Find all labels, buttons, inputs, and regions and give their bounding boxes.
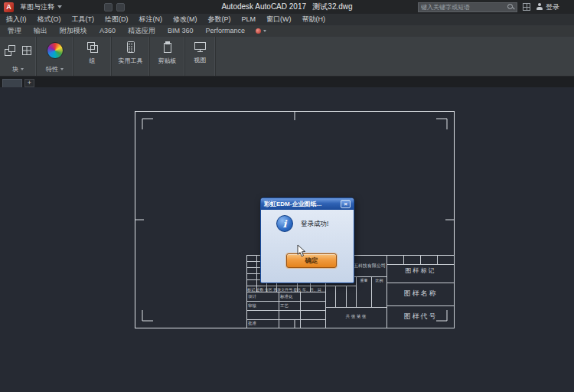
ribbon-tab-featured-apps[interactable]: 精选应用 [122, 25, 161, 37]
ribbon-tab-addins[interactable]: 附加模块 [54, 25, 93, 37]
search-icon[interactable] [507, 4, 514, 11]
ribbon-panel-clipboard[interactable]: 剪贴板 [150, 37, 185, 76]
signin-label: 登录 [546, 2, 559, 12]
titleblock-approve-label: 批准 [248, 321, 256, 326]
ribbon-panels: 块 特性 组 实用工具 [0, 37, 574, 77]
ribbon-panel-block: 块 [0, 37, 37, 76]
ok-button[interactable]: 确定 [286, 253, 337, 268]
menu-insert[interactable]: 插入(I) [1, 14, 32, 25]
apps-icon[interactable] [523, 3, 530, 11]
calculator-icon [125, 41, 137, 54]
titleblock-scale-label: 比例 [372, 278, 386, 283]
login-result-dialog: 彩虹EDM-企业图纸... × i 登录成功! 确定 [260, 198, 354, 283]
panel-title-block[interactable]: 块 [0, 64, 36, 76]
ribbon-tab-manage[interactable]: 管理 [2, 25, 28, 37]
titleblock-weight-label: 重量 [357, 278, 371, 283]
search-input[interactable] [421, 4, 505, 11]
menu-help[interactable]: 帮助(H) [297, 14, 331, 25]
menu-dimension[interactable]: 标注(N) [134, 14, 168, 25]
ribbon-panel-properties: 特性 [37, 37, 73, 76]
menubar: 插入(I) 格式(O) 工具(T) 绘图(D) 标注(N) 修改(M) 参数(P… [0, 14, 574, 25]
ribbon-display-toggle[interactable] [251, 28, 271, 34]
dialog-title: 彩虹EDM-企业图纸... [264, 200, 321, 208]
insert-block-icon[interactable] [4, 44, 16, 57]
titleblock-design-label: 设计 [248, 294, 256, 299]
chevron-down-icon [263, 30, 266, 32]
ribbon-tab-performance[interactable]: Performance [200, 25, 252, 37]
menu-draw[interactable]: 绘图(D) [99, 14, 134, 25]
panel-title-properties[interactable]: 特性 [37, 64, 73, 76]
ribbon-tab-a360[interactable]: A360 [93, 25, 122, 37]
autocad-logo-letter: A [6, 3, 11, 11]
titleblock-mark-label: 图样标记 [387, 267, 454, 275]
dialog-body: i 登录成功! 确定 [261, 210, 354, 283]
menu-format[interactable]: 格式(O) [32, 14, 67, 25]
menu-modify[interactable]: 修改(M) [168, 14, 203, 25]
autocad-logo[interactable]: A [4, 2, 14, 12]
titleblock-check-label: 审核 [248, 303, 256, 309]
monitor-icon [194, 41, 207, 54]
ribbon-panel-view[interactable]: 视图 [185, 37, 216, 76]
menu-plm[interactable]: PLM [236, 14, 262, 25]
chevron-down-icon [57, 5, 62, 8]
create-block-icon[interactable] [21, 44, 33, 57]
window-title: Autodesk AutoCAD 2017 测试32.dwg [221, 0, 352, 14]
file-tab-strip: + [0, 77, 574, 87]
dialog-message: 登录成功! [301, 220, 328, 229]
ribbon-tab-bim360[interactable]: BIM 360 [161, 25, 200, 37]
ribbon-tabbar: 管理 输出 附加模块 A360 精选应用 BIM 360 Performance [0, 25, 574, 37]
titlebar: A 草图与注释 Autodesk AutoCAD 2017 测试32.dwg 登… [0, 0, 574, 14]
workspace-label: 草图与注释 [20, 2, 54, 12]
clipboard-icon [161, 41, 174, 54]
dialog-titlebar[interactable]: 彩虹EDM-企业图纸... × [261, 198, 354, 210]
new-drawing-tab-button[interactable]: + [24, 79, 34, 87]
search-box[interactable] [418, 2, 517, 12]
chevron-down-icon [21, 68, 24, 70]
person-icon [536, 3, 543, 11]
model-space-canvas[interactable]: 南宁市二郎二五科技有限公司 图样标记 图样名称 图样代号 阶段标记 重量 比例 … [0, 87, 574, 392]
ribbon-tab-output[interactable]: 输出 [28, 25, 54, 37]
ribbon-panel-utilities[interactable]: 实用工具 [112, 37, 150, 76]
quick-access-icon-2[interactable] [116, 3, 125, 11]
titleblock-revision-header: 标记 处数 分区 更改文件号 签名 年、月、日 [247, 287, 325, 292]
ribbon-panel-group[interactable]: 组 [73, 37, 112, 76]
signin-button[interactable]: 登录 [536, 2, 570, 12]
titleblock-sheets-label: 共 张 第 张 [326, 314, 386, 319]
titleblock-name-label: 图样名称 [387, 289, 454, 298]
quick-access-icon-1[interactable] [104, 3, 113, 11]
workspace-switcher[interactable]: 草图与注释 [18, 1, 64, 13]
chevron-down-icon [60, 68, 64, 70]
menu-tools[interactable]: 工具(T) [67, 14, 100, 25]
menu-parametric[interactable]: 参数(P) [203, 14, 236, 25]
group-icon [86, 41, 99, 54]
info-icon: i [276, 215, 293, 232]
menu-window[interactable]: 窗口(W) [261, 14, 297, 25]
drawing-file-tab[interactable] [2, 79, 22, 87]
titleblock-code-label: 图样代号 [387, 312, 454, 321]
infocenter: 登录 [418, 2, 570, 12]
titleblock-standardize-label: 标准化 [280, 294, 293, 299]
record-dot-icon [256, 28, 261, 34]
color-wheel-icon[interactable] [47, 42, 64, 59]
close-icon[interactable]: × [341, 200, 351, 208]
autocad-window: A 草图与注释 Autodesk AutoCAD 2017 测试32.dwg 登… [0, 0, 574, 392]
titleblock-craft-label: 工艺 [280, 303, 289, 309]
